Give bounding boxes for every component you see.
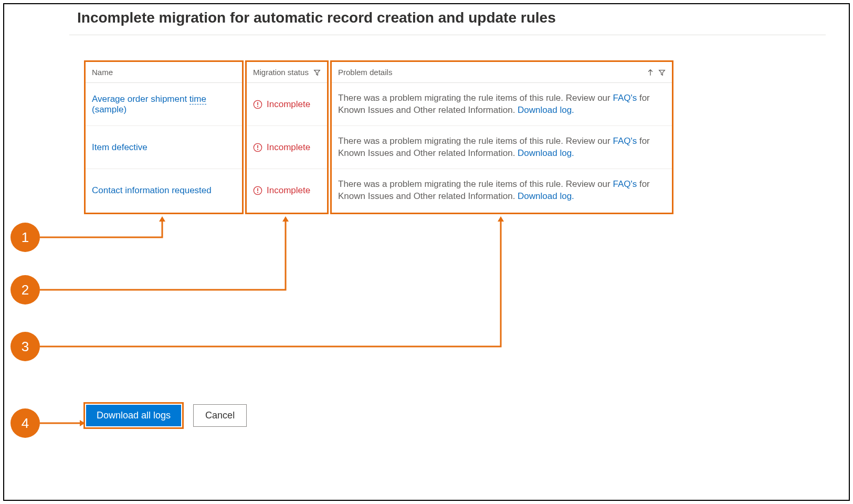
rule-name-link[interactable]: Item defective [92, 142, 148, 153]
rule-name-dotted: time [189, 94, 206, 104]
column-header-details[interactable]: Problem details [332, 62, 672, 83]
filter-icon[interactable] [658, 69, 666, 76]
table-row: Incomplete [247, 83, 327, 126]
divider [69, 35, 826, 35]
download-log-link[interactable]: Download log. [518, 105, 574, 115]
status-badge: Incomplete [253, 99, 310, 110]
rule-name-link[interactable]: Contact information requested [92, 185, 212, 196]
problem-details-text: There was a problem migrating the rule i… [338, 178, 666, 203]
detail-pre: There was a problem migrating the rule i… [338, 136, 613, 146]
error-icon [253, 100, 262, 109]
filter-icon[interactable] [313, 69, 321, 76]
status-text: Incomplete [267, 142, 310, 153]
table-row: There was a problem migrating the rule i… [332, 83, 672, 126]
table-row: Incomplete [247, 126, 327, 169]
problem-details-text: There was a problem migrating the rule i… [338, 135, 666, 160]
faq-link[interactable]: FAQ's [613, 179, 637, 189]
svg-point-5 [257, 149, 258, 150]
page-title: Incomplete migration for automatic recor… [77, 9, 556, 26]
column-status: Migration status Incomplete Incomplete I… [245, 60, 329, 214]
sort-icon[interactable] [647, 69, 654, 76]
rule-name-part: Average order shipment [92, 94, 189, 104]
table-row: Item defective [86, 126, 242, 169]
primary-button-highlight: Download all logs [83, 402, 184, 429]
error-icon [253, 186, 262, 195]
status-text: Incomplete [267, 99, 310, 110]
callout-1: 1 [10, 223, 40, 252]
table-row: Contact information requested [86, 169, 242, 212]
dialog-buttons: Download all logs Cancel [83, 402, 247, 429]
detail-pre: There was a problem migrating the rule i… [338, 93, 613, 103]
column-details: Problem details There was a problem migr… [330, 60, 673, 214]
download-log-link[interactable]: Download log. [518, 148, 574, 158]
column-header-name-label: Name [92, 68, 113, 77]
problem-details-text: There was a problem migrating the rule i… [338, 92, 666, 117]
faq-link[interactable]: FAQ's [613, 93, 637, 103]
download-log-link[interactable]: Download log. [518, 191, 574, 201]
detail-pre: There was a problem migrating the rule i… [338, 179, 613, 189]
callout-3: 3 [10, 332, 40, 361]
callout-4: 4 [10, 408, 40, 438]
table-row: Average order shipment time (sample) [86, 83, 242, 126]
table-row: There was a problem migrating the rule i… [332, 169, 672, 212]
column-header-status-label: Migration status [253, 68, 309, 77]
rule-name-suffix: (sample) [92, 104, 127, 114]
table-row: There was a problem migrating the rule i… [332, 126, 672, 169]
callout-2: 2 [10, 275, 40, 304]
download-all-logs-button[interactable]: Download all logs [86, 405, 181, 426]
column-header-name[interactable]: Name [86, 62, 242, 83]
svg-point-2 [257, 106, 258, 107]
status-badge: Incomplete [253, 185, 310, 196]
rule-name-link[interactable]: Average order shipment time (sample) [92, 94, 236, 115]
status-text: Incomplete [267, 185, 310, 196]
error-icon [253, 143, 262, 152]
svg-point-8 [257, 192, 258, 193]
table-row: Incomplete [247, 169, 327, 212]
status-badge: Incomplete [253, 142, 310, 153]
connector-3 [40, 214, 504, 350]
connector-4 [40, 419, 87, 427]
column-header-status[interactable]: Migration status [247, 62, 327, 83]
column-name: Name Average order shipment time (sample… [84, 60, 244, 214]
cancel-button[interactable]: Cancel [193, 404, 247, 427]
faq-link[interactable]: FAQ's [613, 136, 637, 146]
column-header-details-label: Problem details [338, 68, 392, 77]
